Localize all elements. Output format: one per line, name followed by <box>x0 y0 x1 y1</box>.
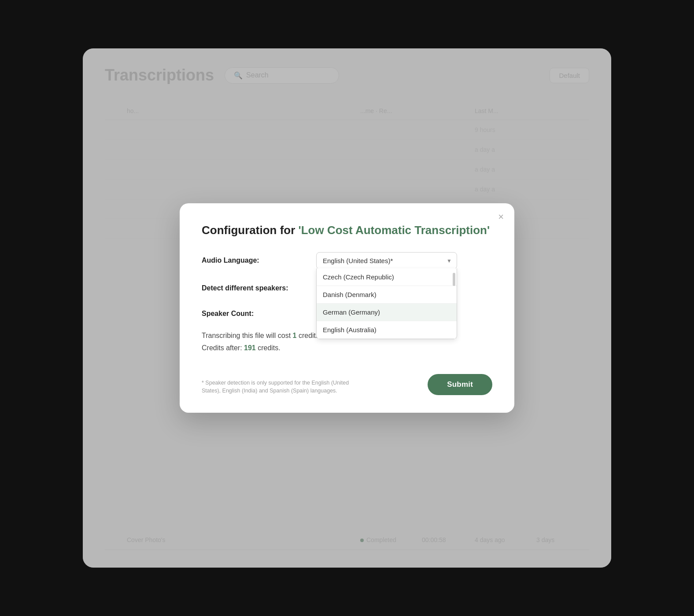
scrollbar <box>453 273 455 286</box>
dropdown-item-czech[interactable]: Czech (Czech Republic) <box>317 268 457 286</box>
modal-footer: * Speaker detection is only supported fo… <box>202 374 492 395</box>
speaker-count-label: Speaker Count: <box>202 305 316 318</box>
modal-body: Audio Language: English (United States)*… <box>202 252 492 395</box>
close-button[interactable]: × <box>498 212 504 222</box>
dropdown-item-german[interactable]: German (Germany) <box>317 304 457 321</box>
footnote-text: * Speaker detection is only supported fo… <box>202 379 369 396</box>
dropdown-item-danish[interactable]: Danish (Denmark) <box>317 286 457 304</box>
audio-language-row: Audio Language: English (United States)*… <box>202 252 492 269</box>
credits-after-suffix: credits. <box>256 344 281 352</box>
detect-speakers-label: Detect different speakers: <box>202 280 316 292</box>
credits-after-prefix: Credits after: <box>202 344 244 352</box>
app-window: Transcriptions 🔍 Search Default ho... ..… <box>83 48 611 568</box>
language-select-wrapper: English (United States)* Czech (Czech Re… <box>316 252 457 269</box>
configuration-modal: × Configuration for 'Low Cost Automatic … <box>180 203 514 413</box>
credits-after-value: 191 <box>244 344 256 352</box>
modal-title-highlight: 'Low Cost Automatic Transcription' <box>299 224 490 237</box>
audio-language-label: Audio Language: <box>202 252 316 264</box>
language-select[interactable]: English (United States)* Czech (Czech Re… <box>316 252 457 269</box>
submit-button[interactable]: Submit <box>428 374 492 395</box>
modal-title: Configuration for 'Low Cost Automatic Tr… <box>202 223 492 238</box>
credits-line1-prefix: Transcribing this file will cost <box>202 332 293 339</box>
modal-title-prefix: Configuration for <box>202 224 299 237</box>
language-dropdown[interactable]: Czech (Czech Republic) Danish (Denmark) … <box>316 268 457 339</box>
credits-line2: Credits after: 191 credits. <box>202 344 492 352</box>
dropdown-item-english-au[interactable]: English (Australia) <box>317 321 457 339</box>
audio-language-control: English (United States)* Czech (Czech Re… <box>316 252 492 269</box>
